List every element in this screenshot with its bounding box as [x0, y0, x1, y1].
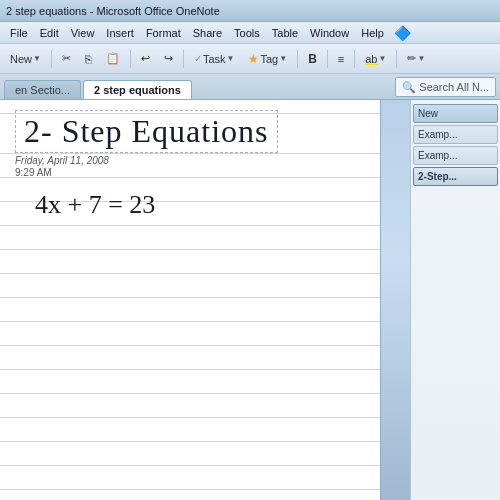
highlight-dropdown-arrow: ▼: [379, 54, 387, 63]
panel-example2-label: Examp...: [418, 150, 457, 161]
sep7: [396, 50, 397, 68]
sep6: [354, 50, 355, 68]
note-page[interactable]: 2- Step Equations Friday, April 11, 2008…: [0, 100, 380, 500]
redo-button[interactable]: ↪: [158, 48, 179, 70]
menu-insert[interactable]: Insert: [100, 25, 140, 41]
star-icon: ★: [248, 52, 259, 66]
task-dropdown-arrow: ▼: [227, 54, 235, 63]
note-date: Friday, April 11, 2008: [15, 155, 365, 166]
menu-edit[interactable]: Edit: [34, 25, 65, 41]
highlight-button[interactable]: ab ▼: [359, 48, 392, 70]
panel-example1-label: Examp...: [418, 129, 457, 140]
tag-button[interactable]: ★ Tag ▼: [242, 48, 293, 70]
pen-button[interactable]: ✏ ▼: [401, 48, 431, 70]
menu-file[interactable]: File: [4, 25, 34, 41]
undo-button[interactable]: ↩: [135, 48, 156, 70]
right-sidebar: [380, 100, 410, 500]
search-icon: 🔍: [402, 81, 416, 94]
note-title[interactable]: 2- Step Equations: [15, 110, 278, 153]
new-label: New: [10, 53, 32, 65]
panel-example2-button[interactable]: Examp...: [413, 146, 498, 165]
tab-active-label: 2 step equations: [94, 84, 181, 96]
panel-2step-label: 2-Step...: [418, 171, 457, 182]
task-icon: ✓: [194, 53, 202, 64]
panel-example1-button[interactable]: Examp...: [413, 125, 498, 144]
pen-dropdown-arrow: ▼: [417, 54, 425, 63]
task-button[interactable]: ✓ Task ▼: [188, 48, 241, 70]
tab-bar: en Sectio... 2 step equations 🔍 Search A…: [0, 74, 500, 100]
tag-dropdown-arrow: ▼: [279, 54, 287, 63]
new-button[interactable]: New ▼: [4, 48, 47, 70]
tab-active-equations[interactable]: 2 step equations: [83, 80, 192, 99]
bold-button[interactable]: B: [302, 48, 323, 70]
numbered-list-button[interactable]: ≡: [332, 48, 350, 70]
toolbar: New ▼ ✂ ⎘ 📋 ↩ ↪ ✓ Task ▼ ★ Tag ▼ B ≡ ab …: [0, 44, 500, 74]
search-bar[interactable]: 🔍 Search All N...: [395, 77, 496, 97]
menu-bar: File Edit View Insert Format Share Tools…: [0, 22, 500, 44]
menu-help[interactable]: Help: [355, 25, 390, 41]
copy-button[interactable]: ⎘: [79, 48, 98, 70]
title-bar: 2 step equations - Microsoft Office OneN…: [0, 0, 500, 22]
tab-section-label: en Sectio...: [15, 84, 70, 96]
sep3: [183, 50, 184, 68]
tab-section[interactable]: en Sectio...: [4, 80, 81, 99]
search-placeholder: Search All N...: [419, 81, 489, 93]
highlight-label: ab: [365, 53, 377, 65]
cut-button[interactable]: ✂: [56, 48, 77, 70]
sep5: [327, 50, 328, 68]
tag-label: Tag: [260, 53, 278, 65]
new-dropdown-arrow: ▼: [33, 54, 41, 63]
menu-tools[interactable]: Tools: [228, 25, 266, 41]
note-content: 2- Step Equations Friday, April 11, 2008…: [0, 100, 380, 230]
help-icon: 🔷: [394, 25, 411, 41]
sep1: [51, 50, 52, 68]
sep4: [297, 50, 298, 68]
pen-icon: ✏: [407, 52, 416, 65]
panel-new-button[interactable]: New: [413, 104, 498, 123]
menu-format[interactable]: Format: [140, 25, 187, 41]
menu-view[interactable]: View: [65, 25, 101, 41]
panel-new-label: New: [418, 108, 438, 119]
panel-2step-button[interactable]: 2-Step...: [413, 167, 498, 186]
paste-button[interactable]: 📋: [100, 48, 126, 70]
menu-window[interactable]: Window: [304, 25, 355, 41]
note-time: 9:29 AM: [15, 167, 365, 178]
task-label: Task: [203, 53, 226, 65]
title-bar-text: 2 step equations - Microsoft Office OneN…: [6, 5, 220, 17]
menu-table[interactable]: Table: [266, 25, 304, 41]
menu-share[interactable]: Share: [187, 25, 228, 41]
far-right-panel: New Examp... Examp... 2-Step...: [410, 100, 500, 500]
note-equation[interactable]: 4x + 7 = 23: [35, 190, 365, 220]
sep2: [130, 50, 131, 68]
main-area: 2- Step Equations Friday, April 11, 2008…: [0, 100, 500, 500]
